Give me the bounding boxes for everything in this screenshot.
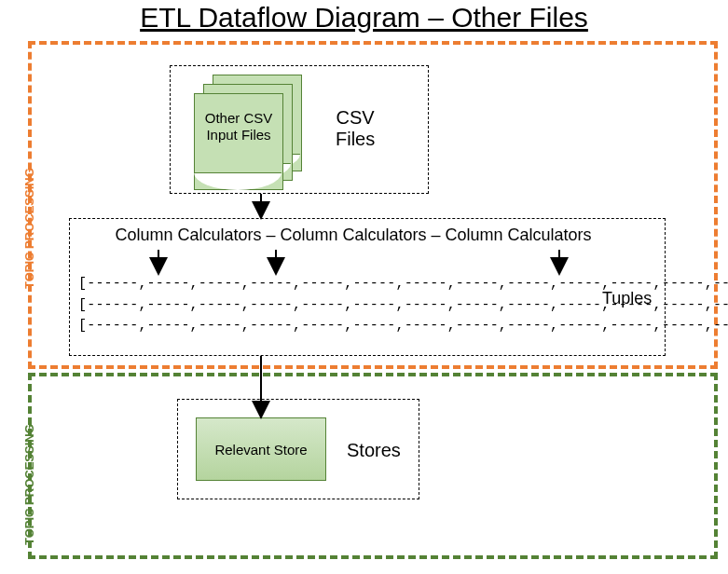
tuple-rows: [------,-----,-----,-----,-----,-----,--… [78,274,597,337]
tuple-row: [------,-----,-----,-----,-----,-----,--… [78,316,597,337]
csv-input-files-label: Other CSV Input Files [194,110,283,144]
column-calculators-label: Column Calculators – Column Calculators … [78,226,628,245]
tuple-row: [------,-----,-----,-----,-----,-----,--… [78,274,597,295]
csv-files-label: CSV Files [336,107,375,150]
diagram-title: ETL Dataflow Diagram – Other Files [0,2,728,34]
topic-processing-label-lower: TOPIC PROCESSING [22,424,36,545]
relevant-store-label: Relevant Store [214,442,307,458]
tuple-row: [------,-----,-----,-----,-----,-----,--… [78,295,597,317]
stores-label: Stores [347,440,401,461]
relevant-store-box: Relevant Store [196,417,326,481]
topic-processing-label-upper: TOPIC PROCESSING [22,168,36,289]
